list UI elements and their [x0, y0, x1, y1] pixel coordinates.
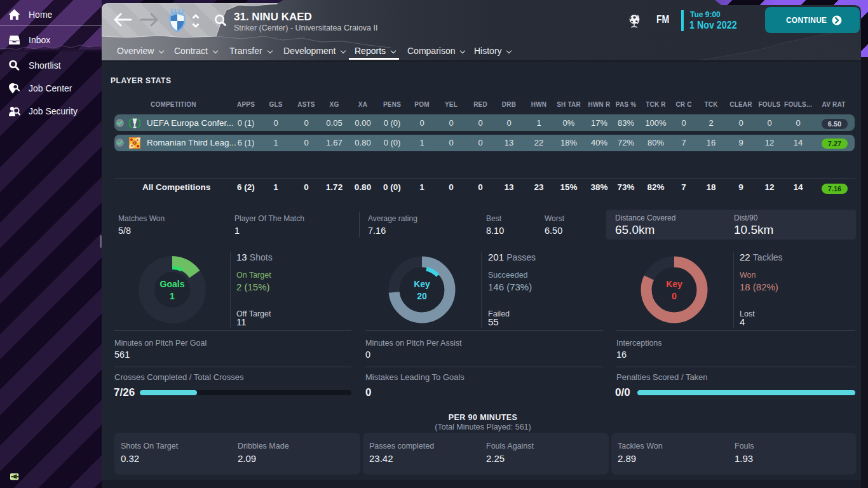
svg-text:1: 1 [170, 291, 175, 301]
svg-text:Goals: Goals [160, 279, 185, 289]
svg-text:Key: Key [666, 279, 682, 289]
svg-text:Key: Key [414, 279, 430, 289]
svg-text:0: 0 [672, 291, 677, 301]
svg-text:20: 20 [417, 291, 427, 301]
